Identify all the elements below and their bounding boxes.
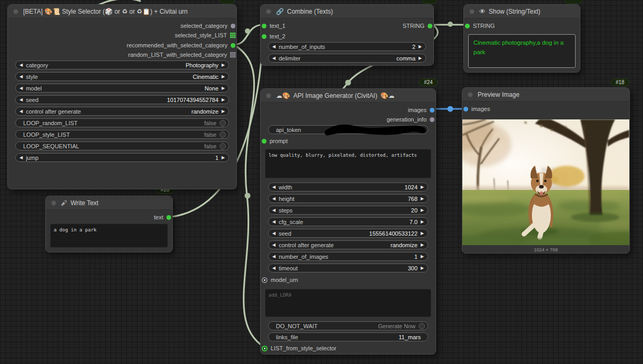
right-arrow-icon[interactable]: ▶ bbox=[222, 63, 225, 67]
input-text2[interactable]: text_2 bbox=[262, 32, 285, 41]
right-arrow-icon[interactable]: ▶ bbox=[222, 75, 225, 79]
input-port-dot[interactable] bbox=[463, 107, 468, 112]
widget-model[interactable]: ◀ model None ▶ bbox=[15, 84, 229, 93]
input-port-dot[interactable] bbox=[262, 24, 266, 28]
toggle-knob[interactable] bbox=[419, 323, 425, 329]
right-arrow-icon[interactable]: ▶ bbox=[421, 266, 424, 270]
widget-loop-random-list[interactable]: LOOP_random_LIST false bbox=[15, 118, 229, 127]
left-arrow-icon[interactable]: ◀ bbox=[272, 231, 275, 236]
input-port-ring-dot[interactable] bbox=[262, 277, 268, 283]
output-selected-category[interactable]: selected_category bbox=[181, 21, 235, 31]
collapse-dot-icon[interactable] bbox=[266, 9, 271, 14]
widget-style[interactable]: ◀ style Cinematic ▶ bbox=[15, 72, 229, 81]
output-port-dot[interactable] bbox=[166, 215, 171, 220]
widget-timeout[interactable]: ◀ timeout 300 ▶ bbox=[268, 264, 428, 272]
input-port-dot[interactable] bbox=[262, 34, 266, 39]
left-arrow-icon[interactable]: ◀ bbox=[272, 45, 275, 49]
widget-steps[interactable]: ◀ steps 20 ▶ bbox=[268, 206, 428, 215]
right-arrow-icon[interactable]: ▶ bbox=[222, 109, 225, 114]
input-images[interactable]: images bbox=[463, 104, 490, 114]
right-arrow-icon[interactable]: ▶ bbox=[222, 98, 225, 102]
left-arrow-icon[interactable]: ◀ bbox=[272, 243, 275, 247]
input-model-urn[interactable]: model_urn bbox=[262, 275, 298, 285]
right-arrow-icon[interactable]: ▶ bbox=[421, 220, 424, 224]
left-arrow-icon[interactable]: ◀ bbox=[272, 56, 275, 60]
output-random-list[interactable]: random_LIST_with_selected_category bbox=[128, 50, 235, 59]
widget-control-after-generate[interactable]: ◀ control after generate randomize ▶ bbox=[15, 107, 229, 116]
input-port-dot[interactable] bbox=[262, 139, 266, 144]
widget-cfg-scale[interactable]: ◀ cfg_scale 7.0 ▶ bbox=[268, 217, 428, 226]
left-arrow-icon[interactable]: ◀ bbox=[19, 63, 23, 67]
left-arrow-icon[interactable]: ◀ bbox=[272, 255, 275, 259]
output-port-dot[interactable] bbox=[430, 108, 434, 113]
right-arrow-icon[interactable]: ▶ bbox=[421, 197, 424, 201]
collapse-dot-icon[interactable] bbox=[468, 92, 473, 97]
collapse-dot-icon[interactable] bbox=[266, 93, 271, 98]
output-text[interactable]: text bbox=[154, 213, 171, 222]
right-arrow-icon[interactable]: ▶ bbox=[421, 231, 424, 236]
widget-jump[interactable]: ◀ jump 1 ▶ bbox=[15, 153, 229, 162]
output-port-dot[interactable] bbox=[430, 117, 434, 122]
output-port-dot[interactable] bbox=[428, 24, 432, 28]
left-arrow-icon[interactable]: ◀ bbox=[272, 185, 275, 189]
node-style-selector[interactable]: [BETA] 🎨📜 Style Selector (🎲 or ♻ or ♻📋) … bbox=[7, 4, 237, 189]
widget-control-after-generate[interactable]: ◀ control after generate randomize ▶ bbox=[268, 240, 428, 249]
toggle-knob[interactable] bbox=[220, 132, 226, 138]
right-arrow-icon[interactable]: ▶ bbox=[222, 156, 225, 160]
widget-category[interactable]: ◀ category Photography ▶ bbox=[15, 60, 229, 69]
widget-api-token[interactable]: api_token bbox=[268, 125, 428, 134]
output-port-dot[interactable] bbox=[231, 24, 235, 28]
widget-links-file[interactable]: links_file 11_mars bbox=[268, 332, 428, 341]
widget-loop-style-list[interactable]: LOOP_style_LIST false bbox=[15, 130, 229, 139]
widget-seed[interactable]: ◀ seed 155561400533122 ▶ bbox=[268, 229, 428, 238]
output-port-grid-icon[interactable] bbox=[230, 33, 235, 38]
node-header[interactable]: Preview Image bbox=[462, 88, 629, 102]
node-header[interactable]: ☁🎨 API Image Generator (CivitAI) 🎨☁ bbox=[261, 89, 436, 103]
output-selected-style-list[interactable]: selected_style_LIST bbox=[175, 31, 235, 40]
left-arrow-icon[interactable]: ◀ bbox=[272, 208, 275, 213]
node-header[interactable]: 🖋 Write Text bbox=[46, 196, 172, 210]
left-arrow-icon[interactable]: ◀ bbox=[272, 197, 275, 201]
widget-do-not-wait[interactable]: DO_NOT_WAIT Generate Now bbox=[268, 321, 428, 330]
node-show-string[interactable]: 👁 Show (String/Text) STRING Cinematic ph… bbox=[463, 4, 580, 73]
input-port-dot[interactable] bbox=[465, 24, 470, 28]
input-list-from-style-selector[interactable]: LIST_from_style_selector bbox=[262, 343, 337, 353]
widget-width[interactable]: ◀ width 1024 ▶ bbox=[268, 183, 428, 191]
right-arrow-icon[interactable]: ▶ bbox=[222, 86, 225, 90]
input-port-ring-dot[interactable] bbox=[262, 346, 268, 351]
output-recommended[interactable]: recommended_with_selected_category bbox=[127, 41, 235, 50]
write-text-textarea[interactable]: a dog in a park bbox=[50, 224, 168, 248]
right-arrow-icon[interactable]: ▶ bbox=[421, 208, 424, 213]
widget-height[interactable]: ◀ height 768 ▶ bbox=[268, 194, 428, 203]
output-images[interactable]: images bbox=[408, 105, 434, 115]
node-header[interactable]: [BETA] 🎨📜 Style Selector (🎲 or ♻ or ♻📋) … bbox=[8, 5, 236, 18]
input-prompt[interactable]: prompt bbox=[262, 136, 288, 146]
left-arrow-icon[interactable]: ◀ bbox=[19, 156, 23, 160]
output-string[interactable]: STRING bbox=[402, 21, 432, 31]
node-combine-texts[interactable]: 🔗 Combine (Texts) text_1 text_2 STRING ◀… bbox=[260, 4, 434, 66]
show-text-output[interactable]: Cinematic photography,a dog in a park bbox=[468, 34, 576, 68]
right-arrow-icon[interactable]: ▶ bbox=[419, 45, 422, 49]
right-arrow-icon[interactable]: ▶ bbox=[421, 243, 424, 247]
toggle-knob[interactable] bbox=[220, 120, 226, 126]
widget-seed[interactable]: ◀ seed 1017074394552784 ▶ bbox=[15, 95, 229, 104]
collapse-dot-icon[interactable] bbox=[13, 9, 18, 14]
right-arrow-icon[interactable]: ▶ bbox=[421, 185, 424, 189]
left-arrow-icon[interactable]: ◀ bbox=[19, 98, 23, 102]
widget-number-of-inputs[interactable]: ◀ number_of_inputs 2 ▶ bbox=[268, 42, 426, 51]
node-write-text[interactable]: 🖋 Write Text text a dog in a park bbox=[45, 196, 173, 252]
widget-loop-sequential[interactable]: LOOP_SEQUENTIAL false bbox=[15, 141, 229, 150]
left-arrow-icon[interactable]: ◀ bbox=[19, 109, 23, 114]
node-preview-image[interactable]: Preview Image images bbox=[462, 87, 630, 254]
toggle-knob[interactable] bbox=[220, 143, 226, 149]
right-arrow-icon[interactable]: ▶ bbox=[419, 56, 422, 60]
output-port-grid-icon[interactable] bbox=[230, 52, 235, 57]
left-arrow-icon[interactable]: ◀ bbox=[19, 75, 23, 79]
negative-prompt-textarea[interactable]: low quality, blurry, pixelated, distorte… bbox=[265, 149, 431, 178]
collapse-dot-icon[interactable] bbox=[51, 200, 56, 206]
widget-delimiter[interactable]: ◀ delimiter comma ▶ bbox=[268, 54, 426, 63]
input-string[interactable]: STRING bbox=[465, 21, 495, 31]
right-arrow-icon[interactable]: ▶ bbox=[421, 255, 424, 259]
left-arrow-icon[interactable]: ◀ bbox=[272, 220, 275, 224]
node-api-image-generator[interactable]: ☁🎨 API Image Generator (CivitAI) 🎨☁ imag… bbox=[260, 88, 436, 355]
